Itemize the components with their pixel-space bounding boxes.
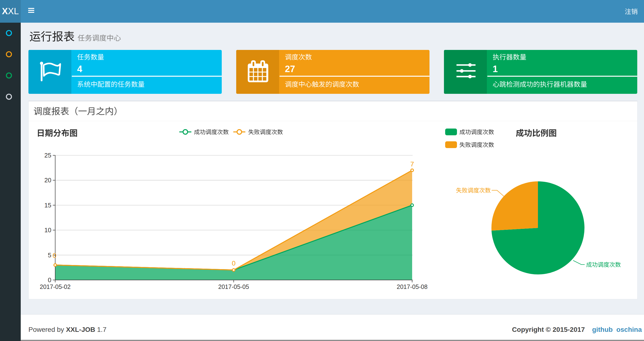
svg-text:7: 7 xyxy=(410,160,414,168)
svg-text:0: 0 xyxy=(232,259,236,267)
svg-text:2017-05-05: 2017-05-05 xyxy=(218,283,249,290)
svg-text:10: 10 xyxy=(44,226,51,234)
svg-text:20: 20 xyxy=(44,177,51,184)
svg-text:0: 0 xyxy=(48,276,51,284)
svg-text:25: 25 xyxy=(44,152,51,159)
svg-text:2017-05-08: 2017-05-08 xyxy=(397,283,428,290)
svg-text:5: 5 xyxy=(48,251,51,259)
svg-text:15: 15 xyxy=(44,202,51,209)
svg-text:2017-05-02: 2017-05-02 xyxy=(40,283,70,290)
svg-text:0: 0 xyxy=(52,252,56,259)
